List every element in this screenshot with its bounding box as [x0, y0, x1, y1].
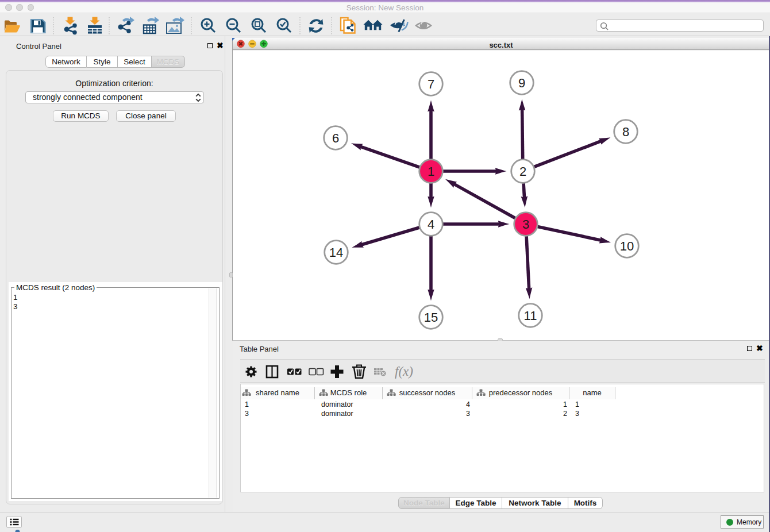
svg-text:7: 7 — [428, 77, 434, 91]
svg-text:2: 2 — [519, 164, 526, 179]
svg-text:8: 8 — [622, 125, 629, 139]
svg-text:14: 14 — [329, 245, 343, 260]
svg-text:f(x): f(x) — [395, 364, 413, 379]
svg-text:9: 9 — [518, 76, 525, 90]
svg-text:11: 11 — [524, 309, 537, 323]
svg-text:6: 6 — [332, 131, 339, 145]
svg-text:3: 3 — [522, 217, 529, 232]
svg-text:4: 4 — [428, 217, 434, 232]
svg-text:1: 1 — [428, 164, 434, 179]
svg-text:15: 15 — [424, 310, 438, 325]
svg-text:10: 10 — [620, 239, 634, 253]
